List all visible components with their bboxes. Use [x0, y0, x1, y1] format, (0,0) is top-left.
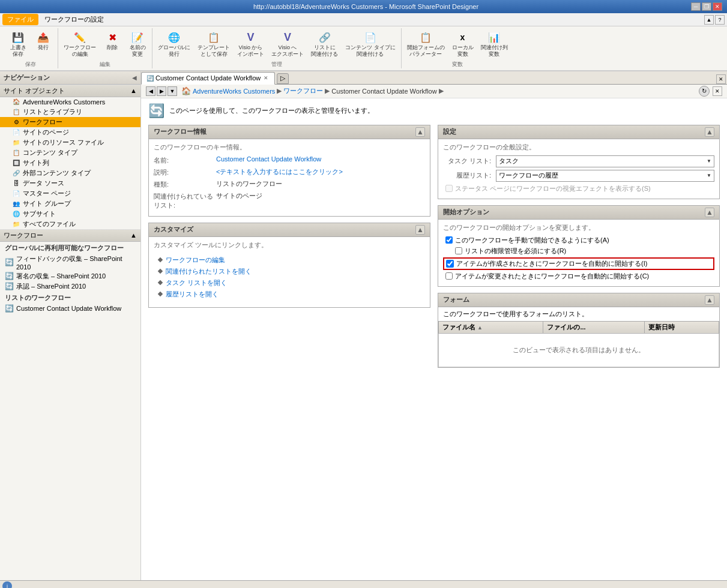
auto-create-checkbox[interactable] [446, 260, 454, 268]
breadcrumb-forward-button[interactable]: ▶ [157, 86, 166, 96]
list-workflows-label: リストのワークフロー [0, 292, 140, 304]
site-groups-icon: 👥 [12, 199, 20, 208]
restore-button[interactable]: ❐ [702, 2, 711, 11]
tab-close-button[interactable]: ✕ [262, 74, 270, 82]
minimize-button[interactable]: ─ [691, 2, 701, 11]
sidebar-item-site-pages[interactable]: 📄 サイトのページ [0, 127, 140, 137]
forms-desc: このワークフローで使用するフォームのリスト。 [438, 307, 719, 321]
open-assoc-list-link[interactable]: 関連付けられたリストを開く [166, 267, 252, 276]
open-task-list-link[interactable]: タスク リストを開く [166, 278, 227, 287]
new-tab-button[interactable]: ▷ [277, 73, 289, 84]
signature-label: 署名の収集 – SharePoint 2010 [16, 272, 106, 281]
global-publish-icon: 🌐 [167, 30, 181, 44]
breadcrumb-stop-button[interactable]: ✕ [713, 86, 722, 96]
connect-list-button[interactable]: 🔗 リストに関連付ける [308, 28, 341, 59]
task-list-control: タスク ▼ [496, 155, 714, 167]
customize-collapse[interactable]: ▲ [415, 225, 425, 235]
settings-desc: このワークフローの全般設定。 [443, 143, 714, 152]
manual-start-checkbox[interactable] [445, 236, 453, 244]
sidebar-item-site-columns[interactable]: 🔲 サイト列 [0, 158, 140, 168]
save-button[interactable]: 💾 上書き保存 [6, 28, 30, 59]
adventure-works-icon: 🏠 [12, 98, 20, 106]
window-controls[interactable]: ─ ❐ ✕ [691, 2, 722, 11]
connect-content-button[interactable]: 📄 コンテンツ タイプに関連付ける [342, 28, 399, 59]
publish-button[interactable]: 📤 発行 [31, 28, 55, 59]
site-objects-collapse[interactable]: ▲ [130, 87, 137, 94]
save-template-button[interactable]: 📋 テンプレートとして保存 [195, 28, 233, 59]
visio-export-button[interactable]: V Visio へエクスポート [268, 28, 307, 59]
sidebar-item-content-types[interactable]: 📋 コンテンツ タイプ [0, 148, 140, 158]
task-list-select[interactable]: タスク ▼ [496, 155, 714, 167]
sidebar-collapse-button[interactable]: ◀ [132, 74, 137, 81]
start-form-params-button[interactable]: 📋 開始フォームのパラメーター [404, 28, 448, 59]
sidebar-item-customer-contact[interactable]: 🔄 Customer Contact Update Workflow [0, 304, 140, 313]
filetype-col-label: ファイルの... [547, 323, 585, 331]
close-button[interactable]: ✕ [713, 2, 722, 11]
breadcrumb-refresh-button[interactable]: ↻ [699, 86, 710, 97]
connect-list-icon: 🔗 [318, 30, 332, 44]
open-history-list-link[interactable]: 履歴リストを開く [166, 290, 219, 299]
start-options-body: このワークフローの開始オプションを変更します。 このワークフローを手動で開始でき… [438, 220, 719, 286]
bullet-3 [158, 280, 163, 285]
forms-header: フォーム ▲ [438, 293, 719, 307]
task-list-value: タスク [499, 157, 519, 166]
menu-file[interactable]: ファイル [2, 14, 38, 25]
sidebar-item-data-sources[interactable]: 🗄 データ ソース [0, 178, 140, 188]
sidebar-item-signature[interactable]: 🔄 署名の収集 – SharePoint 2010 [0, 271, 140, 281]
local-vars-button[interactable]: x ローカル変数 [449, 28, 477, 59]
desc-value[interactable]: <テキストを入力するにはここをクリック> [216, 167, 343, 176]
workflows-section-collapse[interactable]: ▲ [130, 232, 137, 239]
menu-workflow-settings[interactable]: ワークフローの設定 [40, 14, 109, 25]
start-options-collapse[interactable]: ▲ [705, 208, 714, 217]
sidebar-item-subsites[interactable]: 🌐 サブサイト [0, 209, 140, 219]
sidebar-item-feedback[interactable]: 🔄 フィードバックの収集 – SharePoint 2010 [0, 254, 140, 271]
rename-button[interactable]: 📝 名前の変更 [125, 28, 149, 59]
history-list-value: ワークフローの履歴 [499, 171, 558, 180]
sidebar-item-master-pages[interactable]: 📄 マスター ページ [0, 188, 140, 199]
auto-change-checkbox[interactable] [445, 272, 453, 280]
breadcrumb-adventure-works[interactable]: AdventureWorks Customers [193, 88, 275, 95]
customize-link-2: 関連付けられたリストを開く [158, 267, 420, 276]
forms-col-filename[interactable]: ファイル名 ▲ [439, 321, 543, 333]
forms-col-modified[interactable]: 更新日時 [644, 321, 719, 333]
forms-title: フォーム [443, 295, 469, 304]
assoc-columns-button[interactable]: 📊 関連付け列変数 [478, 28, 511, 59]
sidebar-item-site-groups[interactable]: 👥 サイト グループ [0, 199, 140, 209]
sidebar-item-content-types-label: コンテンツ タイプ [23, 148, 77, 157]
breadcrumb-sep-3: ▶ [439, 87, 444, 95]
settings-collapse[interactable]: ▲ [705, 127, 714, 137]
workflow-info-collapse[interactable]: ▲ [415, 127, 425, 137]
permission-checkbox[interactable] [455, 247, 462, 254]
sidebar-item-all-files-label: すべてのファイル [23, 220, 76, 229]
bullet-2 [158, 269, 163, 274]
tab-close-all-button[interactable]: ✕ [716, 74, 726, 84]
breadcrumb-workflows[interactable]: ワークフロー [283, 86, 323, 95]
edit-workflow-button[interactable]: ✏️ ワークフローの編集 [61, 28, 99, 59]
workflow-tab[interactable]: 🔄 Customer Contact Update Workflow ✕ [141, 72, 275, 85]
permission-label: リストの権限管理を必須にする(R) [465, 247, 566, 256]
edit-workflow-link[interactable]: ワークフローの編集 [166, 256, 225, 265]
sidebar-item-lists[interactable]: 📋 リストとライブラリ [0, 107, 140, 117]
breadcrumb-back-button[interactable]: ◀ [146, 86, 155, 96]
forms-collapse[interactable]: ▲ [705, 295, 714, 305]
sidebar-item-all-files[interactable]: 📁 すべてのファイル [0, 219, 140, 229]
forms-col-filetype[interactable]: ファイルの... [543, 321, 644, 333]
sidebar-item-external-content[interactable]: 🔗 外部コンテンツ タイプ [0, 168, 140, 178]
history-list-select[interactable]: ワークフローの履歴 ▼ [496, 170, 714, 182]
visio-import-button[interactable]: V Visio からインポート [234, 28, 267, 59]
global-publish-button[interactable]: 🌐 グローバルに発行 [155, 28, 193, 59]
help-up-button[interactable]: ▲ [704, 15, 714, 25]
name-value[interactable]: Customer Contact Update Workflow [216, 155, 321, 163]
page-content: 🔄 このページを使用して、このワークフローの表示と管理を行います。 ワークフロー… [141, 98, 727, 580]
sidebar-item-workflows[interactable]: ⚙ ワークフロー [0, 117, 140, 127]
sidebar-item-site-resources[interactable]: 📁 サイトのリソース ファイル [0, 137, 140, 148]
task-list-arrow: ▼ [707, 158, 711, 164]
delete-button[interactable]: ✖ 削除 [100, 28, 124, 59]
feedback-label: フィードバックの収集 – SharePoint 2010 [16, 254, 137, 271]
sidebar-item-approval[interactable]: 🔄 承認 – SharePoint 2010 [0, 281, 140, 292]
breadcrumb-dropdown-button[interactable]: ▼ [167, 86, 177, 96]
start-options-panel: 開始オプション ▲ このワークフローの開始オプションを変更します。 このワークフ… [438, 205, 720, 287]
sidebar-item-adventure-works[interactable]: 🏠 AdventureWorks Customers [0, 97, 140, 107]
visual-effect-checkbox[interactable] [445, 185, 453, 192]
help-button[interactable]: ? [715, 15, 725, 25]
